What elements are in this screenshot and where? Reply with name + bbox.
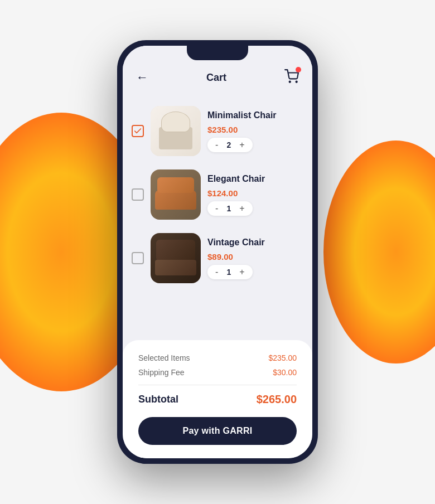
item-details-elegant: Elegant Chair $124.00 - 1 + xyxy=(207,174,303,216)
quantity-decrease[interactable]: - xyxy=(215,204,218,213)
item-details-vintage: Vintage Chair $89.00 - 1 + xyxy=(207,238,303,279)
quantity-control-elegant: - 1 + xyxy=(207,201,253,216)
item-image-minimalist xyxy=(151,106,201,156)
shipping-fee-row: Shipping Fee $30.00 xyxy=(138,368,297,377)
quantity-decrease[interactable]: - xyxy=(215,140,218,149)
item-price: $124.00 xyxy=(207,188,303,198)
item-checkbox-vintage[interactable] xyxy=(132,252,144,264)
item-name: Elegant Chair xyxy=(207,174,303,184)
phone-shell: ← Cart xyxy=(117,40,318,464)
phone-screen: ← Cart xyxy=(123,46,312,458)
selected-items-label: Selected Items xyxy=(138,353,190,362)
item-name: Minimalist Chair xyxy=(207,110,303,120)
quantity-control-vintage: - 1 + xyxy=(207,265,253,279)
shipping-fee-value: $30.00 xyxy=(273,368,297,377)
pay-button[interactable]: Pay with GARRI xyxy=(138,417,297,445)
quantity-increase[interactable]: + xyxy=(239,140,244,149)
list-item: Minimalist Chair $235.00 - 2 + xyxy=(132,99,303,163)
phone-notch xyxy=(187,46,248,60)
subtotal-label: Subtotal xyxy=(138,394,178,405)
item-image-elegant xyxy=(151,169,201,220)
chair-vintage-visual xyxy=(151,233,201,283)
cart-badge xyxy=(296,67,301,72)
selected-items-row: Selected Items $235.00 xyxy=(138,353,297,362)
shipping-fee-label: Shipping Fee xyxy=(138,368,185,377)
item-details-minimalist: Minimalist Chair $235.00 - 2 + xyxy=(207,110,303,152)
back-button[interactable]: ← xyxy=(136,70,148,85)
cart-icon-button[interactable] xyxy=(284,69,299,86)
cart-content: Minimalist Chair $235.00 - 2 + Elegant C… xyxy=(123,95,312,336)
quantity-increase[interactable]: + xyxy=(239,268,244,277)
quantity-value: 1 xyxy=(225,204,233,213)
item-checkbox-elegant[interactable] xyxy=(132,188,144,201)
quantity-control-minimalist: - 2 + xyxy=(207,138,253,152)
summary-divider xyxy=(138,385,297,385)
quantity-value: 2 xyxy=(225,140,233,149)
page-title: Cart xyxy=(206,72,226,84)
item-name: Vintage Chair xyxy=(207,238,303,248)
subtotal-row: Subtotal $265.00 xyxy=(138,393,297,406)
quantity-increase[interactable]: + xyxy=(239,204,244,213)
chair-elegant-visual xyxy=(151,169,201,220)
selected-items-value: $235.00 xyxy=(268,353,297,362)
chair-minimalist-visual xyxy=(151,106,201,156)
svg-point-0 xyxy=(289,81,291,83)
item-image-vintage xyxy=(151,233,201,283)
item-checkbox-minimalist[interactable] xyxy=(132,125,144,137)
item-price: $89.00 xyxy=(207,252,303,261)
quantity-decrease[interactable]: - xyxy=(215,268,218,277)
background-blob-right xyxy=(323,140,435,364)
subtotal-value: $265.00 xyxy=(257,393,297,406)
item-price: $235.00 xyxy=(207,125,303,134)
svg-point-1 xyxy=(296,81,297,83)
quantity-value: 1 xyxy=(225,268,233,277)
list-item: Elegant Chair $124.00 - 1 + xyxy=(132,163,303,226)
list-item: Vintage Chair $89.00 - 1 + xyxy=(132,226,303,290)
order-summary: Selected Items $235.00 Shipping Fee $30.… xyxy=(123,340,312,458)
check-icon xyxy=(133,127,142,135)
